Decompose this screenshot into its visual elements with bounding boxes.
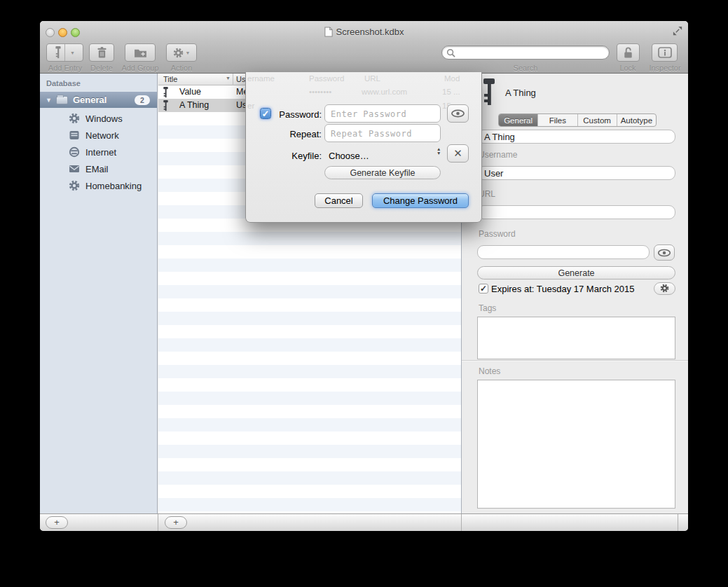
empty-row-stripe: [158, 431, 461, 445]
empty-row-stripe: [158, 298, 461, 312]
repeat-label: Repeat:: [271, 129, 322, 139]
inspector-tabs: General Files Custom Autotype: [498, 113, 657, 127]
lock-button[interactable]: [617, 43, 640, 62]
ghost-username-header: ername: [247, 74, 275, 83]
empty-row-stripe: [158, 392, 461, 405]
lock-label: Lock: [610, 64, 646, 72]
reveal-password-button[interactable]: [654, 244, 675, 261]
key-icon: [163, 100, 169, 111]
action-button[interactable]: ▼: [166, 43, 197, 62]
fullscreen-icon[interactable]: [673, 26, 682, 39]
globe-icon: [69, 146, 80, 158]
cancel-button[interactable]: Cancel: [315, 193, 363, 208]
add-entry-plus-button[interactable]: +: [165, 516, 187, 529]
search-input[interactable]: [458, 47, 598, 58]
delete-label: Delete: [86, 64, 117, 72]
empty-row-stripe: [158, 418, 461, 431]
entry-title: A Thing: [505, 88, 536, 98]
ghost-url-header: URL: [364, 74, 380, 83]
ghost-username-value: er: [247, 102, 254, 110]
empty-row-stripe: [158, 445, 461, 458]
show-password-button[interactable]: [447, 104, 469, 123]
change-password-button[interactable]: Change Password: [372, 193, 469, 208]
repeat-password-input[interactable]: [324, 124, 441, 142]
column-header-title[interactable]: Title: [163, 75, 177, 83]
envelope-icon: [69, 163, 80, 174]
empty-row-stripe: [158, 272, 461, 285]
expires-checkbox[interactable]: ✓: [479, 284, 488, 294]
url-field[interactable]: [477, 205, 675, 219]
expires-label: Expires at: Tuesday 17 March 2015: [491, 284, 635, 294]
stepper-control[interactable]: ▲ ▼: [437, 147, 441, 155]
inspector-button[interactable]: [652, 43, 678, 62]
disclosure-triangle-icon[interactable]: ▼: [46, 97, 52, 104]
stepper-down-icon[interactable]: ▼: [437, 151, 441, 156]
sidebar-item-general[interactable]: ▼ General 2: [40, 92, 157, 108]
inspector-panel: A Thing General Files Custom Autotype Us…: [461, 74, 688, 513]
close-icon: ✕: [453, 147, 462, 160]
empty-row-stripe: [158, 352, 461, 365]
search-label: Search: [441, 64, 610, 72]
sidebar-item-network[interactable]: Network: [40, 127, 157, 144]
empty-row-stripe: [158, 365, 461, 378]
enter-password-input[interactable]: [324, 104, 441, 123]
sidebar-item-homebanking[interactable]: Homebanking: [40, 177, 157, 194]
tab-general[interactable]: General: [499, 114, 537, 126]
generate-keyfile-button[interactable]: Generate Keyfile: [324, 166, 441, 179]
empty-row-stripe: [158, 458, 461, 471]
folder-icon: [56, 96, 68, 104]
column-header-username[interactable]: Us: [236, 75, 245, 83]
bottom-bar: + +: [40, 513, 688, 531]
tab-custom[interactable]: Custom: [577, 114, 617, 126]
tab-autotype[interactable]: Autotype: [617, 114, 656, 126]
window-title: Screenshot.kdbx: [40, 27, 688, 37]
chevron-down-icon: ▼: [70, 50, 75, 55]
footer-divider: [461, 514, 462, 531]
eye-icon: [451, 109, 465, 118]
button-divider: [64, 44, 65, 61]
delete-button[interactable]: [89, 43, 114, 62]
key-icon: [163, 87, 169, 98]
search-field[interactable]: [441, 46, 610, 60]
add-group-button[interactable]: [125, 43, 156, 62]
title-field[interactable]: [477, 130, 675, 144]
sidebar-item-windows[interactable]: Windows: [40, 110, 157, 127]
empty-row-stripe: [158, 312, 461, 325]
column-divider[interactable]: [233, 74, 233, 85]
folder-plus-icon: [134, 48, 147, 58]
empty-row-stripe: [158, 498, 461, 511]
generate-button[interactable]: Generate: [477, 266, 675, 279]
eye-icon: [657, 249, 671, 257]
sidebar-item-email[interactable]: EMail: [40, 160, 157, 177]
ghost-url-value: www.url.com: [362, 88, 407, 96]
gear-icon: [69, 180, 80, 191]
empty-row-stripe: [158, 245, 461, 258]
trash-icon: [97, 46, 107, 59]
empty-row-stripe: [158, 232, 461, 245]
password-field[interactable]: [477, 245, 650, 259]
empty-row-stripe: [158, 325, 461, 338]
username-field[interactable]: [477, 166, 675, 180]
clear-keyfile-button[interactable]: ✕: [447, 144, 469, 163]
ghost-modified-value: 15 ...: [442, 88, 460, 96]
notes-label: Notes: [479, 366, 500, 376]
tags-input[interactable]: [477, 317, 675, 359]
ghost-modified-header: Mod: [444, 74, 460, 83]
ghost-password-dots: ••••••••: [309, 88, 331, 96]
entry-count-badge: 2: [135, 95, 150, 105]
search-icon: [446, 48, 455, 57]
expires-options-button[interactable]: [654, 282, 675, 295]
add-group-plus-button[interactable]: +: [46, 516, 68, 529]
tab-files[interactable]: Files: [537, 114, 577, 126]
gear-icon: [660, 284, 669, 293]
action-label: Action: [166, 64, 197, 72]
password-checkbox[interactable]: ✓: [260, 108, 271, 119]
key-icon: [482, 78, 496, 106]
keyfile-popup[interactable]: Choose…: [329, 151, 369, 161]
database-section-label: Database: [46, 79, 81, 88]
empty-row-stripe: [158, 378, 461, 392]
notes-input[interactable]: [477, 380, 675, 509]
section-divider: [462, 360, 688, 361]
add-entry-button[interactable]: ▼: [46, 43, 83, 62]
sidebar-item-internet[interactable]: Internet: [40, 144, 157, 160]
